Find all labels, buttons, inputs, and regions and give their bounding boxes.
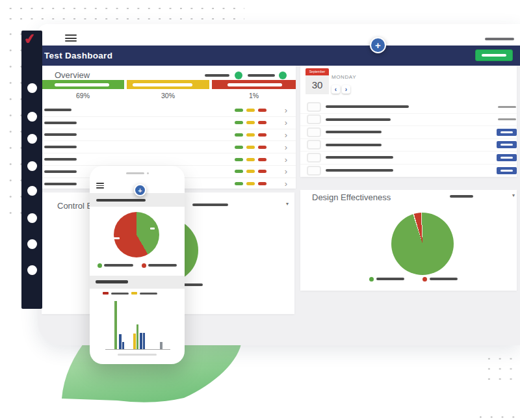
overview-list-row[interactable]: › [42,129,296,141]
calendar-weekday: MONDAY [332,74,356,80]
chevron-right-icon[interactable]: › [285,155,287,164]
progress-bar-yellow [127,80,209,89]
status-yellow-pill [246,170,255,173]
design-title: Design Effectiveness [312,192,391,202]
row-checkbox[interactable] [307,140,321,150]
chevron-right-icon[interactable]: › [285,118,287,127]
phone-home-indicator[interactable] [118,354,157,356]
sidebar-nav-item[interactable] [27,265,37,275]
page: Test Dashboard + Overview 69% 30% 1% ›››… [0,0,520,420]
agenda-row[interactable] [300,114,517,127]
filter-toggle-dot[interactable] [279,72,287,79]
row-label-placeholder [326,144,382,146]
bar-label-placeholder [55,83,109,86]
row-action-button[interactable] [497,154,517,161]
row-label-placeholder [326,156,393,159]
overview-list-row[interactable]: › [42,116,296,129]
status-green-pill [235,158,243,161]
button-label-placeholder [500,170,513,172]
sidebar-nav-item[interactable] [27,112,37,122]
row-checkbox[interactable] [307,102,321,112]
status-yellow-pill [246,133,255,137]
row-action-button[interactable] [497,141,517,148]
row-label-placeholder [44,183,77,185]
bar-legend-red-pill [103,292,109,295]
chevron-right-icon[interactable]: › [285,143,287,151]
row-status-pills [235,146,266,149]
phone-menu-hamburger-icon[interactable] [96,183,104,189]
row-action-button[interactable] [497,167,517,174]
status-red-pill [258,109,266,112]
row-label-placeholder [44,109,72,111]
filter-toggle-dot[interactable] [235,72,242,79]
overview-list-row[interactable]: › [42,104,296,116]
calendar-next-button[interactable]: › [342,85,350,94]
window-top-bar [38,24,520,46]
status-yellow-pill [246,182,255,185]
status-green-pill [235,109,243,112]
phone-add-button[interactable]: + [134,184,146,196]
status-green-pill [235,170,243,173]
row-checkbox[interactable] [307,114,321,124]
pie-slice-label [150,228,155,230]
sidebar-nav-item[interactable] [27,186,37,196]
legend-label-placeholder [376,278,404,280]
phone-mockup: + [90,166,185,364]
sidebar-nav: ✔ [21,31,42,309]
chevron-right-icon[interactable]: › [285,106,287,114]
status-red-pill [258,133,266,137]
calendar-day: 30 [306,75,329,94]
row-checkbox[interactable] [307,166,321,176]
design-pie-chart [391,213,454,275]
bar-label-placeholder [228,83,282,86]
sidebar-nav-item[interactable] [27,161,37,171]
phone-speaker [126,172,144,174]
agenda-row[interactable] [300,101,517,114]
sidebar-nav-item[interactable] [27,213,37,223]
calendar-prev-button[interactable]: ‹ [332,85,340,94]
legend-label-placeholder [430,278,458,280]
page-title: Test Dashboard [44,51,112,60]
add-button[interactable]: + [370,37,386,53]
percent-red: 1% [212,92,296,99]
status-green-pill [235,133,243,137]
sidebar-nav-item[interactable] [27,239,37,249]
legend-label-placeholder [140,293,157,295]
row-label-placeholder [44,158,77,161]
legend-red-dot [422,277,427,282]
overview-list-row[interactable]: › [42,153,296,165]
row-checkbox[interactable] [307,153,321,163]
design-effectiveness-panel: Design Effectiveness ▾ [300,190,517,291]
bar-chart-bar [143,333,146,349]
row-label-placeholder [326,105,409,108]
row-checkbox[interactable] [307,127,321,137]
percent-green: 69% [42,92,124,99]
row-action-button[interactable] [497,129,517,136]
agenda-row[interactable] [300,151,517,164]
sidebar-nav-item[interactable] [27,134,37,144]
chevron-right-icon[interactable]: › [285,167,287,176]
dropdown-caret-icon[interactable]: ▾ [512,192,515,198]
row-label-placeholder [326,131,382,133]
row-value-placeholder [498,106,516,108]
dropdown-caret-icon[interactable]: ▾ [286,201,289,207]
sidebar-nav-item[interactable] [27,83,37,93]
status-green-pill [235,182,243,185]
row-status-pills [235,133,266,137]
overview-list-row[interactable]: › [42,140,296,153]
phone-section-placeholder [96,280,128,283]
agenda-rows [300,101,517,177]
x-axis-line [105,349,170,350]
row-value-placeholder [498,118,516,120]
filter-placeholder-line [248,74,275,77]
agenda-row[interactable] [300,164,517,177]
header-action-button[interactable] [475,49,513,61]
chevron-right-icon[interactable]: › [285,131,287,139]
pie-slice-label [112,237,120,239]
row-label-placeholder [326,118,391,121]
legend-green-dot [98,263,102,268]
agenda-row[interactable] [300,139,517,152]
menu-hamburger-icon[interactable] [65,34,77,42]
chevron-right-icon[interactable]: › [285,179,287,188]
agenda-row[interactable] [300,126,517,139]
